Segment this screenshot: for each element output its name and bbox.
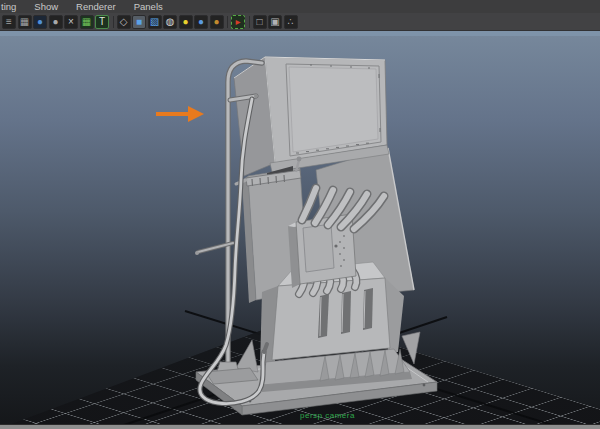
menu-item-renderer[interactable]: Renderer [67, 0, 125, 13]
safe-action-icon[interactable]: ▦ [80, 15, 94, 29]
textured-icon[interactable]: ◍ [163, 15, 177, 29]
resolution-gate-icon[interactable]: ● [33, 15, 47, 29]
xray-icon[interactable]: □ [253, 15, 267, 29]
perspective-viewport[interactable] [0, 36, 600, 424]
toolbar-separator [249, 16, 250, 28]
xray-active-components-icon[interactable]: ▣ [268, 15, 282, 29]
bottom-panel-edge [0, 424, 600, 429]
shadows-icon[interactable]: ● [194, 15, 208, 29]
field-chart-icon[interactable]: × [64, 15, 78, 29]
safe-title-icon[interactable]: T [95, 15, 109, 29]
xray-joints-icon[interactable]: ∴ [284, 15, 298, 29]
menu-item-panels[interactable]: Panels [125, 0, 172, 13]
use-all-lights-icon[interactable]: ● [179, 15, 193, 29]
smooth-shade-all-icon[interactable]: ■ [132, 15, 146, 29]
wireframe-icon[interactable]: ◇ [117, 15, 131, 29]
panel-menubar: tingShowRendererPanels [0, 0, 600, 13]
maya-window: tingShowRendererPanels ≡▦●●×▦T◇■▧◍●●●▸□▣… [0, 0, 600, 429]
film-gate-icon[interactable]: ▦ [18, 15, 32, 29]
wireframe-on-shaded-icon[interactable]: ▧ [148, 15, 162, 29]
menu-item-lighting[interactable]: ting [0, 0, 25, 13]
ambient-occlusion-icon[interactable]: ● [210, 15, 224, 29]
active-panel-highlight [0, 31, 600, 36]
viewport-toolbar: ≡▦●●×▦T◇■▧◍●●●▸□▣∴ [0, 13, 600, 31]
toolbar-separator [113, 16, 114, 28]
isolate-select-icon[interactable]: ▸ [231, 15, 245, 29]
gate-mask-icon[interactable]: ● [49, 15, 63, 29]
camera-icon[interactable]: ≡ [2, 15, 16, 29]
camera-name-label: persp camera [300, 411, 355, 420]
menu-item-show[interactable]: Show [25, 0, 67, 13]
toolbar-separator [227, 16, 228, 28]
